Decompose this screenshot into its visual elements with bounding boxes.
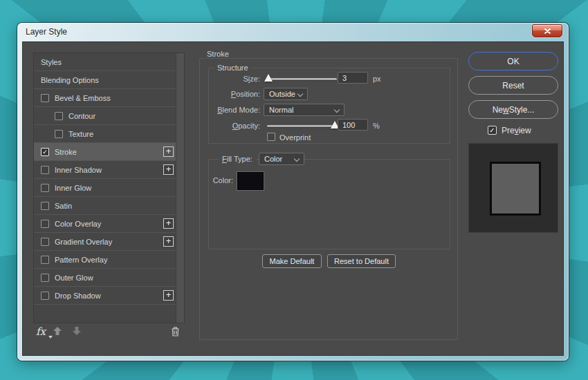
add-instance-button[interactable]: + [163,146,174,157]
close-button[interactable] [532,24,562,37]
size-slider-track[interactable] [267,78,337,80]
position-select[interactable]: Outside [264,88,308,100]
style-list-panel: Styles Blending Options Bevel & Emboss C… [33,53,185,323]
size-slider[interactable] [267,73,337,83]
fill-type-label: Fill Type: [219,155,255,163]
stroke-color-swatch[interactable] [237,172,264,190]
preview-label: Preview [502,126,531,135]
style-list-item-label: Pattern Overlay [55,256,107,264]
desktop-background: Layer Style Styles Blending Options [0,0,588,380]
dialog-content: Styles Blending Options Bevel & Emboss C… [22,41,564,356]
effect-checkbox[interactable] [41,292,49,300]
add-instance-button[interactable]: + [163,218,174,229]
style-list-item-label: Texture [68,130,93,138]
overprint-label: Overprint [279,133,311,142]
style-list-item[interactable]: Outer Glow [34,269,176,287]
fill-type-select[interactable]: Color [259,153,304,165]
style-list-item-label: Inner Glow [55,184,91,192]
style-list-item-label: Contour [68,112,95,120]
style-list-item-label: Styles [41,58,62,66]
move-effect-up-icon[interactable] [53,326,62,336]
style-list-item-label: Bevel & Emboss [55,94,111,102]
chevron-down-icon [334,107,340,113]
effect-checkbox[interactable] [41,202,49,210]
style-list-item[interactable]: Pattern Overlay [34,251,176,269]
style-list-item[interactable]: Inner Glow [34,179,176,197]
ok-button[interactable]: OK [468,52,558,70]
style-list-item[interactable]: Texture [34,125,176,143]
style-list-item-label: Color Overlay [55,220,101,228]
effect-checkbox[interactable] [55,130,63,138]
add-instance-button[interactable]: + [163,164,174,175]
close-icon [544,28,551,34]
title-bar[interactable]: Layer Style [17,23,569,41]
style-list-item-label: Stroke [55,148,77,156]
size-input[interactable] [338,72,368,84]
style-list-item[interactable]: Satin [34,197,176,215]
opacity-slider[interactable] [267,120,337,130]
fill-type-value: Color [264,155,282,163]
style-list-item-label: Outer Glow [55,274,93,282]
style-list-item[interactable]: Bevel & Emboss [34,89,176,107]
style-list-item[interactable]: ✓ Stroke + [34,143,176,161]
style-list-item-label: Blending Options [41,76,99,84]
style-list-item[interactable]: Styles [34,53,176,71]
position-label: Position: [200,90,260,98]
chevron-down-icon [294,156,300,162]
size-unit: px [373,75,381,83]
effect-checkbox[interactable]: ✓ [41,148,49,156]
style-list-item[interactable]: Blending Options [34,71,176,89]
dialog-title: Layer Style [26,23,67,41]
style-list-item[interactable]: Drop Shadow + [34,287,176,305]
effect-checkbox[interactable] [41,274,49,282]
style-list-item[interactable]: Contour [34,107,176,125]
opacity-unit: % [373,122,380,130]
add-instance-button[interactable]: + [163,236,174,247]
effect-checkbox[interactable] [41,94,49,102]
style-list-item-label: Satin [55,202,72,210]
overprint-checkbox[interactable] [267,133,275,141]
reset-button[interactable]: Reset [468,76,558,95]
move-effect-down-icon[interactable] [72,326,82,336]
effects-toolbar: fx [33,323,185,344]
add-instance-button[interactable]: + [163,290,174,301]
reset-to-default-button[interactable]: Reset to Default [327,254,396,268]
style-list-item[interactable]: Inner Shadow + [34,161,176,179]
style-list-scrollbar[interactable] [176,53,184,323]
style-preview-thumbnail [468,143,558,233]
color-label: Color: [200,176,233,184]
delete-effect-icon[interactable] [170,326,181,337]
style-list-item-label: Gradient Overlay [55,238,112,246]
effect-checkbox[interactable] [55,112,63,120]
new-style-button[interactable]: New Style... [468,100,558,119]
stroke-preview-square [490,162,541,216]
blend-mode-select[interactable]: Normal [264,104,344,116]
blend-mode-label: Blend Mode: [200,106,260,114]
stroke-group-title: Stroke [204,50,232,58]
fx-menu-caret-icon [48,336,53,339]
effect-checkbox[interactable] [41,220,49,228]
opacity-input[interactable] [338,119,368,131]
effect-checkbox[interactable] [41,238,49,246]
chevron-down-icon [297,91,303,97]
opacity-label: Opacity: [200,122,260,130]
fx-menu-icon[interactable]: fx [36,325,46,338]
size-label: Size: [200,75,260,83]
style-list-item-label: Drop Shadow [55,292,101,300]
opacity-slider-track[interactable] [267,125,337,127]
effect-checkbox[interactable] [41,256,49,264]
effect-checkbox[interactable] [41,184,49,192]
style-list: Styles Blending Options Bevel & Emboss C… [34,53,176,323]
style-list-item-label: Inner Shadow [55,166,102,174]
effect-checkbox[interactable] [41,166,49,174]
make-default-button[interactable]: Make Default [262,254,322,268]
style-list-item[interactable]: Gradient Overlay + [34,233,176,251]
size-slider-thumb[interactable] [264,74,273,82]
position-value: Outside [269,90,295,98]
preview-checkbox[interactable]: ✓ [488,126,497,135]
style-list-item[interactable]: Color Overlay + [34,215,176,233]
structure-legend: Structure [214,64,251,72]
blend-mode-value: Normal [269,106,293,114]
layer-style-dialog: Layer Style Styles Blending Options [17,23,569,361]
stroke-options-group: Stroke Structure Size: px Position: Outs… [199,58,458,340]
